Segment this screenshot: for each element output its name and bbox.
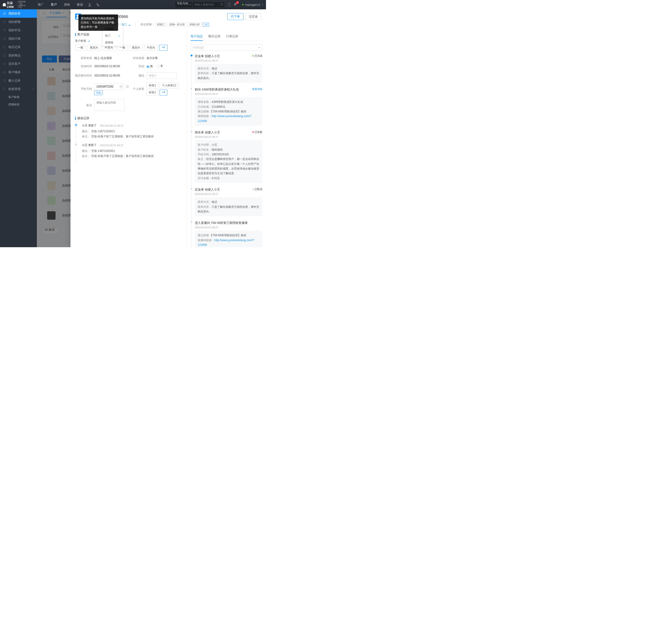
add-personal-tag[interactable]: +4 (160, 90, 168, 95)
status-dot-icon (242, 4, 244, 5)
sidebar-item-lost[interactable]: 流失客户 (0, 60, 37, 68)
timeline-title: 报名单 创建人小王 (195, 130, 220, 134)
notification-icon[interactable]: 5 (233, 3, 237, 7)
svg-point-0 (89, 3, 90, 5)
manager-option[interactable]: 俱保咏 (103, 39, 123, 46)
svg-rect-15 (126, 85, 128, 87)
nav-promotion[interactable]: 推广 (38, 3, 44, 7)
svg-line-2 (223, 5, 223, 6)
wechat-input[interactable] (146, 72, 177, 79)
timeline-item: 进入直播间 759-59班第三期理财直播课 2021/01/30 01:38:2… (195, 221, 262, 247)
group-tag[interactable]: 群聊一群大群 (168, 22, 187, 27)
gender-male[interactable]: 男 (146, 65, 153, 69)
section-changelog: 修改记录 (75, 116, 183, 120)
sidebar-sub-customer-tags[interactable]: 客户标签 (8, 93, 37, 101)
group-tag[interactable]: 群聊三 (155, 22, 166, 27)
sidebar-sub-group-tags[interactable]: 群聊标签 (8, 101, 37, 108)
tag-item[interactable]: 高意向 (87, 45, 101, 51)
logo: 云朵CRM 教育机构一站 式服务云平台 (3, 1, 26, 9)
svg-point-4 (229, 6, 230, 6)
last-chat-value: 2021/09/10 12:00:00 (94, 74, 131, 77)
timeline-title: 定金单 创建人小王 (195, 54, 220, 58)
tab-activity[interactable]: 客户动态 (191, 32, 203, 41)
username: manager11 (245, 3, 260, 6)
changelog-list: 小王 更新了2021/01/30 01:38:27 微信：空值-13672182… (76, 123, 183, 164)
svg-point-8 (3, 63, 6, 65)
timeline-title: 定金单 创建人小王 (195, 188, 220, 192)
personal-tag[interactable]: 标签1 (146, 82, 159, 89)
search-type-select[interactable]: 手机号码 (175, 1, 192, 8)
mobile-icon[interactable] (227, 3, 231, 6)
activity-pane: 客户动态 聊天记录 订单记录 全部动态 定金单 创建人小王已完成 2020/01… (187, 30, 266, 247)
group-tag[interactable]: 群聊六群 (188, 22, 201, 27)
manager-option-selected[interactable]: 张三✓ (103, 32, 123, 39)
svg-rect-9 (3, 72, 6, 73)
sidebar-item-students[interactable]: 我的学员 (0, 26, 37, 34)
person-icon[interactable] (88, 3, 92, 6)
timeline-title: 购买 4399理财课进阶课程大礼包 (195, 88, 239, 92)
place-order-button[interactable]: 代下单 (227, 13, 243, 20)
personal-tag[interactable]: 标签1 (146, 90, 159, 95)
sidebar-item-calls[interactable]: 电话记录 (0, 43, 37, 51)
tag-item[interactable]: 中意向 (144, 45, 158, 51)
phone-icon[interactable] (96, 3, 100, 6)
sidebar-item-inherit[interactable]: 客户继承 (0, 68, 37, 76)
chat-icon (3, 20, 6, 24)
nav-qc[interactable]: 质检 (64, 3, 70, 7)
tag-item[interactable]: 高意向 (129, 45, 143, 51)
logo-subtitle: 教育机构一站 式服务云平台 (17, 1, 26, 8)
tab-orders[interactable]: 订单记录 (226, 32, 238, 41)
remark-textarea[interactable] (94, 99, 125, 111)
timeline-card: 跟单方式：电话跟单内容：只是了解在线教育方面的信息，暂时无购买意向。 (195, 197, 262, 216)
sidebar-item-friends[interactable]: 我的好友 (0, 9, 37, 18)
tag-item[interactable]: 一般 (75, 45, 86, 51)
svg-rect-6 (3, 21, 6, 23)
personal-tags: 标签1 个人标签12 标签1 +4 (146, 82, 183, 95)
timeline-item: 定金单 创建人小王已完成 2020/01/30 01:38:27 跟单方式：电话… (195, 54, 262, 88)
sidebar-item-tags[interactable]: 标签管理 (0, 85, 37, 93)
tab-chat[interactable]: 聊天记录 (208, 32, 220, 41)
notification-badge: 5 (236, 1, 239, 4)
svg-rect-10 (3, 80, 6, 82)
chevron-down-icon (258, 47, 260, 49)
sidebar-item-orders[interactable]: 我的订单 (0, 34, 37, 43)
deposit-button[interactable]: 交定金 (245, 13, 261, 20)
copy-icon[interactable] (125, 85, 129, 89)
nav-customer[interactable]: 客户 (51, 3, 57, 7)
activity-timeline: 定金单 创建人小王已完成 2020/01/30 01:38:27 跟单方式：电话… (191, 54, 262, 247)
status-badge: 已取消 (253, 188, 262, 191)
activity-filter-select[interactable]: 全部动态 (191, 44, 262, 51)
side-navigation: 我的好友 我的群聊 我的学员 我的订单 电话记录 我的商品 流失客户 客户继承 … (0, 9, 37, 247)
call-button[interactable]: 手机 (94, 91, 103, 95)
timeline-date: 2020/01/30 01:38:27 (195, 193, 262, 195)
svg-point-1 (221, 3, 223, 5)
timeline-card: 客户经理：小王客户姓名：唔吃唔吃手机号码：19833528160备注：但无论是哪… (195, 140, 262, 183)
contact-icon[interactable] (119, 85, 123, 88)
svg-rect-14 (121, 87, 122, 88)
status-badge: 已完成 (253, 54, 262, 58)
view-detail-link[interactable]: 查看详情 (252, 88, 262, 91)
more-groups-button[interactable]: +4 (203, 23, 209, 27)
nav-data[interactable]: 数据 (77, 3, 83, 7)
svg-rect-13 (121, 85, 122, 86)
user-menu[interactable]: manager11 (242, 3, 263, 6)
manager-select[interactable]: 张三 (122, 23, 130, 26)
timeline-date: 2020/01/30 01:38:27 (195, 59, 262, 62)
log-marker-icon (75, 144, 77, 146)
search-input[interactable] (192, 1, 225, 8)
sidebar-item-delete[interactable]: 删人记录 (0, 76, 37, 85)
gender-female[interactable]: 女 (157, 64, 163, 68)
add-tag-button[interactable]: +4 (159, 45, 168, 51)
search-icon[interactable] (220, 3, 223, 6)
bag-icon (3, 37, 6, 40)
timeline-card: 课程名称：4399理财课进阶课大礼包已付款项：2218989元通过群聊 【759… (195, 97, 262, 126)
log-entry: 小王 更新了2021/01/30 01:38:27 微信：空值-13672182… (78, 143, 183, 163)
sidebar-item-goods[interactable]: 我的商品 (0, 51, 37, 60)
sidebar-item-groups[interactable]: 我的群聊 (0, 18, 37, 26)
timeline-dot-icon (191, 131, 192, 132)
timeline-dot-icon (191, 221, 192, 223)
edit-icon[interactable] (88, 40, 91, 43)
timeline-title: 进入直播间 759-59班第三期理财直播课 (195, 221, 247, 225)
personal-tag[interactable]: 个人标签12 (160, 82, 178, 89)
timeline-dot-icon (191, 188, 192, 190)
